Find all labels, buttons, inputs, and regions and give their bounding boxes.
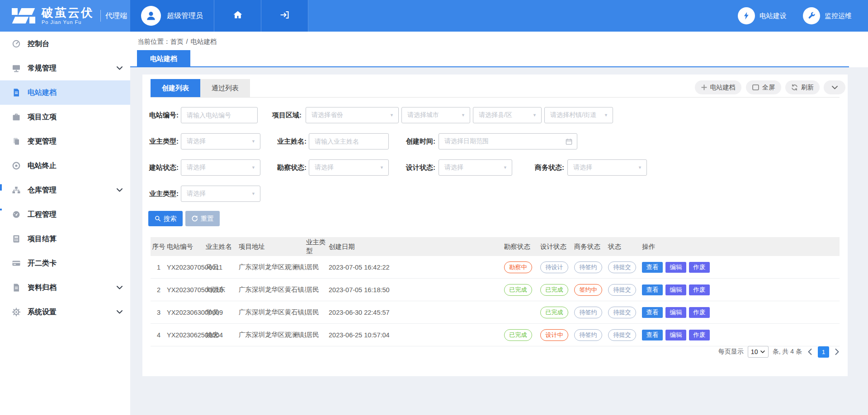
brand-pinyin: Po Jian Yun Fu: [42, 19, 94, 25]
sidebar-item-system-settings[interactable]: 系统设置: [0, 300, 130, 324]
void-button[interactable]: 作废: [689, 284, 710, 295]
wrench-icon: [803, 7, 820, 24]
sidebar-item-station-termination[interactable]: 电站终止: [0, 154, 130, 178]
business-status-badge: 签约中: [574, 284, 602, 296]
view-button[interactable]: 查看: [642, 330, 663, 340]
void-button[interactable]: 作废: [689, 307, 710, 318]
tab-created-list[interactable]: 创建列表: [151, 79, 200, 97]
sidebar-item-general-mgmt[interactable]: 常规管理: [0, 56, 130, 80]
business-status-badge: 待签约: [574, 261, 602, 273]
per-page-select[interactable]: 10: [748, 346, 769, 358]
survey-status-label: 勘察状态:: [273, 159, 307, 176]
tab-passed-list[interactable]: 通过列表: [200, 79, 250, 97]
brand-text: 破茧云伏 Po Jian Yun Fu: [42, 7, 94, 25]
view-button[interactable]: 查看: [642, 262, 663, 273]
username: 超级管理员: [167, 11, 203, 21]
avatar: [141, 6, 161, 26]
station-table: 序号 电站编号 业主姓名 项目地址 业主类型 创建日期 勘察状态 设计状态 商务…: [151, 237, 840, 346]
chevron-down-icon: [117, 286, 123, 289]
search-button[interactable]: 搜索: [148, 211, 183, 226]
edit-button[interactable]: 编辑: [665, 330, 686, 340]
chevron-down-icon: [760, 350, 765, 353]
owner-type-select[interactable]: 请选择: [181, 133, 260, 149]
app-screen: 破茧云伏 Po Jian Yun Fu 代理端 超级管理员: [0, 0, 868, 415]
sidebar-item-engineering-mgmt[interactable]: 工程管理: [0, 202, 130, 227]
refresh-button[interactable]: 刷新: [785, 80, 820, 94]
sidebar-item-project-settlement[interactable]: 项目结算: [0, 227, 130, 251]
create-station-button[interactable]: 电站建档: [695, 80, 741, 94]
business-status-select[interactable]: 请选择: [567, 159, 647, 176]
user-menu[interactable]: 超级管理员: [130, 0, 214, 32]
sidebar-item-project-initiation[interactable]: 项目立项: [0, 105, 130, 129]
portal-label: 代理端: [105, 11, 127, 21]
sidebar-item-change-mgmt[interactable]: 变更管理: [0, 129, 130, 154]
sidebar-scroll-mark: [0, 209, 2, 210]
build-status-label: 建站状态:: [142, 159, 179, 176]
page-tab-station-archive[interactable]: 电站建档: [137, 50, 190, 67]
home-button[interactable]: [214, 0, 261, 32]
business-status-badge: 待签约: [574, 307, 602, 318]
breadcrumb-prefix: 当前位置：: [137, 38, 170, 45]
table-row: 4 YX2023062500004 姚忠 广东深圳龙华区观澜镇姚家庄... 居民…: [151, 324, 840, 346]
reset-icon: [192, 215, 198, 222]
card-icon: [12, 259, 21, 268]
owner-name-label: 业主姓名:: [273, 133, 307, 149]
brand: 破茧云伏 Po Jian Yun Fu 代理端: [0, 0, 130, 32]
sidebar-scroll-mark: [0, 184, 2, 191]
station-no-input[interactable]: [181, 107, 258, 123]
reset-button[interactable]: 重置: [185, 211, 220, 226]
header-actions: 超级管理员: [130, 0, 308, 32]
fullscreen-button[interactable]: 全屏: [746, 80, 781, 94]
city-select[interactable]: 请选择城市: [401, 107, 470, 123]
nav-label: 监控运维: [825, 12, 852, 20]
void-button[interactable]: 作废: [689, 330, 710, 340]
plus-icon: [701, 84, 707, 90]
next-page-button[interactable]: [833, 349, 841, 355]
collapse-toolbar-button[interactable]: [824, 80, 845, 94]
nav-monitor-ops[interactable]: 监控运维: [803, 0, 852, 32]
search-icon: [155, 215, 161, 222]
archive-icon: [12, 283, 21, 292]
gear-icon: [12, 308, 21, 317]
nav-power-construction[interactable]: 电站建设: [738, 0, 787, 32]
sidebar-item-dashboard[interactable]: 控制台: [0, 32, 130, 56]
brand-name: 破茧云伏: [42, 7, 94, 19]
town-select[interactable]: 请选择村镇/街道: [544, 107, 613, 123]
design-status-select[interactable]: 请选择: [439, 159, 512, 176]
page-number-current[interactable]: 1: [818, 346, 829, 358]
edit-button[interactable]: 编辑: [665, 284, 686, 295]
owner-name-input[interactable]: [309, 133, 389, 149]
sidebar-item-open-card[interactable]: 开二类卡: [0, 251, 130, 275]
document-icon: [12, 88, 21, 97]
void-button[interactable]: 作废: [689, 262, 710, 273]
design-status-badge: 已完成: [540, 284, 568, 296]
sidebar-item-data-archive[interactable]: 资料归档: [0, 275, 130, 300]
table-header: 序号 电站编号 业主姓名 项目地址 业主类型 创建日期 勘察状态 设计状态 商务…: [151, 237, 840, 256]
design-status-badge: 设计中: [540, 329, 568, 341]
province-select[interactable]: 请选择省份: [306, 107, 399, 123]
build-status-select[interactable]: 请选择: [181, 159, 260, 176]
status-badge: 待提交: [608, 261, 636, 273]
total-label: 条, 共 4 条: [773, 348, 802, 356]
sidebar-item-warehouse-mgmt[interactable]: 仓库管理: [0, 178, 130, 202]
owner-type2-label: 业主类型:: [142, 186, 179, 202]
per-page-label: 每页显示: [718, 348, 744, 356]
view-button[interactable]: 查看: [642, 284, 663, 295]
breadcrumb-separator: /: [186, 38, 188, 45]
owner-type2-select[interactable]: 请选择: [181, 186, 260, 202]
status-badge: 待提交: [608, 329, 636, 341]
view-button[interactable]: 查看: [642, 307, 663, 318]
edit-button[interactable]: 编辑: [665, 307, 686, 318]
survey-status-select[interactable]: 请选择: [309, 159, 389, 176]
gauge-icon: [12, 210, 21, 219]
logout-button[interactable]: [261, 0, 308, 32]
brand-logo-icon: [11, 7, 36, 24]
prev-page-button[interactable]: [806, 349, 814, 355]
sidebar-item-station-archive[interactable]: 电站建档: [0, 80, 130, 105]
breadcrumb-home[interactable]: 首页: [170, 38, 184, 45]
date-range-input[interactable]: 请选择日期范围: [439, 133, 577, 149]
breadcrumb: 当前位置：首页/电站建档: [130, 32, 868, 46]
county-select[interactable]: 请选择县/区: [473, 107, 542, 123]
edit-button[interactable]: 编辑: [665, 262, 686, 273]
content-area: 创建列表 通过列表 电站建档 全屏 刷新: [130, 67, 868, 376]
